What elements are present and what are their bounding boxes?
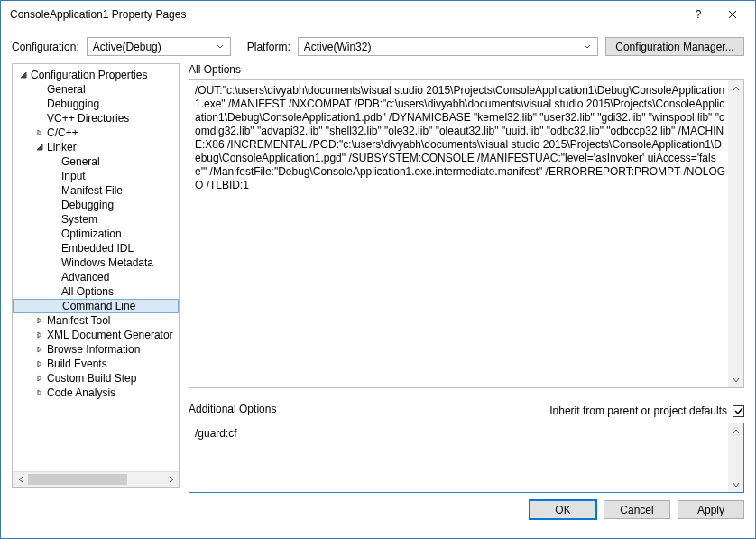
tree-xml-doc-generator[interactable]: XML Document Generator xyxy=(13,328,179,342)
textarea-vscrollbar[interactable] xyxy=(728,423,743,492)
configuration-manager-button[interactable]: Configuration Manager... xyxy=(605,37,744,56)
expand-icon xyxy=(34,129,45,136)
configuration-label: Configuration: xyxy=(12,41,79,53)
scroll-up-icon[interactable] xyxy=(728,80,743,96)
scroll-down-icon[interactable] xyxy=(728,372,743,387)
scrollbar-thumb[interactable] xyxy=(28,474,127,485)
tree-build-events[interactable]: Build Events xyxy=(13,357,179,371)
textarea-vscrollbar[interactable] xyxy=(728,80,743,387)
dialog-footer: OK Cancel Apply xyxy=(1,493,755,530)
window-title: ConsoleApplication1 Property Pages xyxy=(10,8,681,21)
help-button[interactable]: ? xyxy=(681,4,715,25)
tree-linker-advanced[interactable]: Advanced xyxy=(13,270,179,284)
tree-linker-general[interactable]: General xyxy=(13,154,179,169)
platform-combo[interactable]: Active(Win32) xyxy=(298,37,598,56)
tree-linker-embedded-idl[interactable]: Embedded IDL xyxy=(13,241,179,256)
expand-icon xyxy=(34,360,45,367)
tree-hscrollbar[interactable] xyxy=(13,471,179,487)
cancel-button[interactable]: Cancel xyxy=(604,500,670,519)
tree-c-cpp[interactable]: C/C++ xyxy=(13,125,179,140)
tree-debugging[interactable]: Debugging xyxy=(13,97,179,111)
tree-code-analysis[interactable]: Code Analysis xyxy=(13,386,179,400)
all-options-label: All Options xyxy=(189,63,744,76)
chevron-down-icon xyxy=(581,44,594,50)
tree-linker-windows-metadata[interactable]: Windows Metadata xyxy=(13,256,179,270)
scroll-left-icon[interactable] xyxy=(13,472,28,487)
configuration-combo[interactable]: Active(Debug) xyxy=(87,37,231,56)
config-toolbar: Configuration: Active(Debug) Platform: A… xyxy=(1,28,755,63)
title-bar: ConsoleApplication1 Property Pages ? xyxy=(1,1,755,28)
expand-icon xyxy=(34,375,45,382)
tree-manifest-tool[interactable]: Manifest Tool xyxy=(13,313,179,328)
collapse-icon xyxy=(18,71,29,79)
tree-linker-all-options[interactable]: All Options xyxy=(13,284,179,299)
tree-general[interactable]: General xyxy=(13,82,179,97)
additional-options-textarea[interactable]: /guard:cf xyxy=(189,423,744,493)
tree-custom-build-step[interactable]: Custom Build Step xyxy=(13,371,179,386)
nav-tree: Configuration Properties General Debuggi… xyxy=(12,63,180,488)
tree-linker-manifest-file[interactable]: Manifest File xyxy=(13,183,179,198)
platform-label: Platform: xyxy=(247,41,290,53)
scroll-right-icon[interactable] xyxy=(163,472,179,487)
scroll-up-icon[interactable] xyxy=(728,423,743,439)
collapse-icon xyxy=(34,144,45,151)
tree-linker-debugging[interactable]: Debugging xyxy=(13,198,179,212)
tree-root[interactable]: Configuration Properties xyxy=(13,68,179,82)
scroll-down-icon[interactable] xyxy=(728,477,743,492)
close-button[interactable] xyxy=(715,4,750,25)
tree-browse-information[interactable]: Browse Information xyxy=(13,342,179,357)
inherit-checkbox[interactable] xyxy=(733,405,744,417)
tree-linker-optimization[interactable]: Optimization xyxy=(13,227,179,241)
chevron-down-icon xyxy=(214,44,226,50)
tree-vc-directories[interactable]: VC++ Directories xyxy=(13,111,179,125)
inherit-label: Inherit from parent or project defaults xyxy=(549,404,727,417)
tree-linker-system[interactable]: System xyxy=(13,212,179,227)
ok-button[interactable]: OK xyxy=(530,500,596,519)
expand-icon xyxy=(34,389,45,396)
tree-linker-command-line[interactable]: Command Line xyxy=(13,299,179,313)
apply-button[interactable]: Apply xyxy=(678,500,744,519)
expand-icon xyxy=(34,346,45,353)
tree-linker[interactable]: Linker xyxy=(13,140,179,154)
expand-icon xyxy=(34,317,45,324)
tree-linker-input[interactable]: Input xyxy=(13,169,179,183)
expand-icon xyxy=(34,331,45,339)
all-options-textarea[interactable]: /OUT:"c:\users\divyabh\documents\visual … xyxy=(189,79,744,388)
additional-options-label: Additional Options xyxy=(189,403,276,415)
